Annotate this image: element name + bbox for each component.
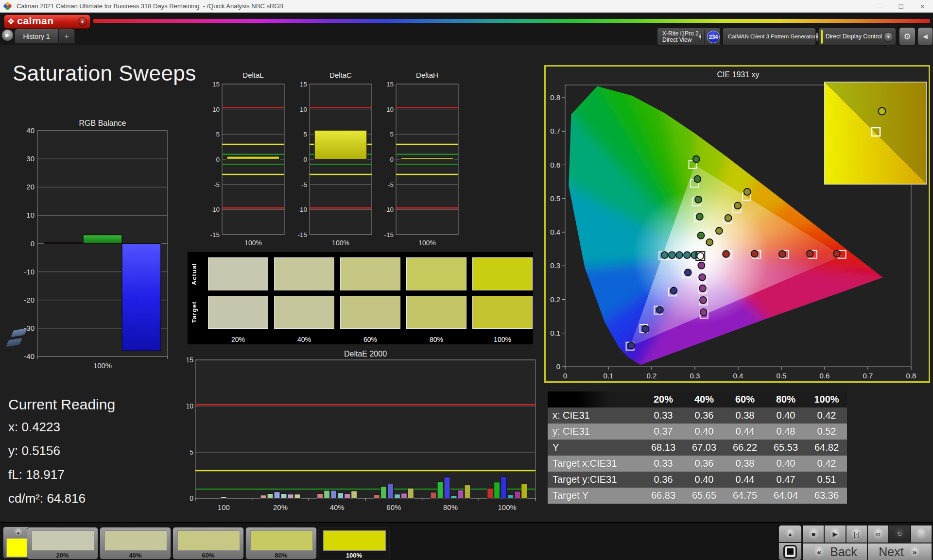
rgb-balance-chart: -40-30-20-10010203040RGB Balance100% [21, 118, 170, 383]
table-cell: 0.40 [765, 458, 806, 469]
table-cell: 0.36 [684, 410, 725, 421]
blank-icon [915, 528, 927, 540]
calman-logo-text: calman [17, 15, 53, 27]
table-cell: 64.04 [765, 490, 806, 501]
title-bar: Calman 2021 Calman Ultimate for Business… [0, 0, 933, 13]
svg-text:0.6: 0.6 [820, 372, 830, 380]
logo-dropdown-icon[interactable]: ▾ [78, 17, 87, 26]
collapse-left-icon: ◀ [923, 33, 927, 40]
saturation-level-button-40%[interactable]: 40% [100, 527, 171, 560]
svg-text:0: 0 [216, 156, 220, 163]
table-cell: 64.75 [725, 490, 765, 501]
minimize-button[interactable]: — [869, 0, 890, 13]
saturation-level-button-20%[interactable]: 20% [27, 527, 98, 560]
transport-refresh-button[interactable]: ↻ [889, 525, 910, 543]
svg-text:0.2: 0.2 [647, 372, 657, 380]
stop-pattern-button[interactable] [778, 543, 802, 560]
continuous-measure-icon: ∞ [872, 528, 884, 540]
svg-text:10: 10 [386, 106, 394, 113]
table-cell: 65.53 [765, 442, 806, 453]
svg-text:-5: -5 [388, 181, 394, 188]
close-button[interactable]: × [912, 0, 933, 13]
color-swatch [208, 257, 268, 290]
svg-text:0: 0 [563, 372, 567, 380]
transport-continuous-measure-button[interactable]: ∞ [867, 525, 889, 543]
rainbow-gradient-bar [93, 19, 930, 23]
table-cell: 0.42 [806, 410, 847, 421]
svg-text:20%: 20% [273, 503, 288, 511]
display-control-dropdown[interactable]: Direct Display Control ▾ [818, 28, 896, 46]
table-cell: 66.22 [725, 442, 765, 453]
svg-text:DeltaC: DeltaC [329, 71, 352, 79]
color-swatch [340, 296, 400, 329]
table-row-label: y: CIE31 [548, 426, 643, 437]
transport-blank-button[interactable] [911, 525, 932, 543]
color-swatch [340, 257, 400, 290]
saturation-level-button-60%[interactable]: 60% [173, 527, 244, 560]
table-cell: 0.51 [806, 474, 847, 485]
sidebar-toggle-button[interactable]: ▶ [1, 29, 14, 41]
svg-text:-15: -15 [384, 231, 394, 238]
display-dropdown-icon[interactable]: ▾ [883, 32, 893, 42]
svg-text:15: 15 [212, 81, 220, 88]
sidebar-toggle-icon: ▶ [5, 32, 9, 38]
cie-1931-chart: 000.10.10.20.20.30.30.40.40.50.50.60.60.… [544, 65, 930, 383]
delta-l-chart: -15-10-5051015DeltaL100% [207, 70, 285, 246]
saturation-level-button-80%[interactable]: 80% [245, 527, 317, 560]
meter-dropdown-icon[interactable]: ▾ [699, 32, 702, 42]
meter-dropdown[interactable]: X-Rite i1Pro 2Direct View ▾ 234 [657, 28, 721, 46]
table-cell: 0.37 [643, 426, 684, 437]
swatch-column-label: 60% [340, 336, 400, 343]
back-button[interactable]: « Back [803, 543, 867, 560]
spectracal-watermark-icon [7, 328, 28, 351]
swatch-panel: ActualTarget20%40%60%80%100% [188, 252, 533, 344]
table-cell: 0.42 [806, 458, 847, 469]
transport-play-button[interactable]: ▶ [824, 525, 846, 543]
table-row: Target y:CIE310.360.400.440.470.51 [548, 472, 847, 488]
svg-text:0.7: 0.7 [863, 372, 873, 380]
settings-button[interactable]: ⚙ [899, 27, 916, 46]
next-button[interactable]: Next » [867, 543, 932, 560]
svg-text:15: 15 [187, 356, 193, 364]
gear-icon: ⚙ [903, 32, 911, 42]
table-cell: 63.36 [806, 490, 847, 501]
table-cell: 66.83 [643, 490, 684, 501]
collapse-panel-button[interactable]: ◀ [917, 27, 933, 46]
svg-text:5: 5 [190, 448, 193, 456]
level-swatch [32, 530, 94, 551]
table-cell: 0.38 [725, 458, 765, 469]
restore-button[interactable]: □ [890, 0, 912, 13]
tab-history-1[interactable]: History 1 [15, 29, 58, 44]
svg-text:100%: 100% [93, 361, 112, 370]
table-cell: 0.40 [684, 426, 725, 437]
spacer [190, 334, 202, 345]
svg-text:0.4: 0.4 [733, 372, 743, 380]
level-label: 60% [173, 552, 243, 559]
stop-pattern-icon [783, 545, 797, 559]
table-cell: 0.44 [725, 426, 765, 437]
svg-text:40%: 40% [330, 503, 345, 511]
calman-menu-button[interactable]: ❖ calman ▾ [4, 15, 90, 29]
table-cell: 0.44 [725, 474, 765, 485]
svg-text:0: 0 [303, 156, 307, 163]
color-swatch [406, 296, 466, 329]
saturation-level-button-100%[interactable]: 100% [318, 527, 390, 560]
transport-expand-button[interactable]: ▲ [778, 525, 802, 543]
svg-text:-15: -15 [210, 231, 220, 238]
svg-text:DeltaL: DeltaL [242, 71, 263, 79]
svg-text:0.6: 0.6 [550, 161, 560, 169]
patch-up-icon[interactable]: ▲ [14, 528, 23, 537]
table-header-row: 20%40%60%80%100% [548, 391, 847, 407]
swatch-column-label: 40% [274, 336, 334, 343]
svg-text:-10: -10 [210, 206, 220, 213]
pattern-generator-dropdown[interactable]: CalMAN Client 3 Pattern Generator ▾ [723, 28, 816, 46]
transport-single-measure-button[interactable]: [·] [846, 525, 867, 543]
transport-stop-button[interactable]: ■ [803, 525, 824, 543]
svg-text:-10: -10 [384, 206, 394, 213]
svg-text:100%: 100% [332, 239, 349, 246]
svg-text:40: 40 [26, 126, 35, 135]
table-cell: 67.03 [684, 442, 725, 453]
add-tab-button[interactable]: + [58, 29, 75, 44]
window-title: Calman 2021 Calman Ultimate for Business… [17, 2, 283, 10]
next-chevrons-icon: » [909, 546, 921, 558]
